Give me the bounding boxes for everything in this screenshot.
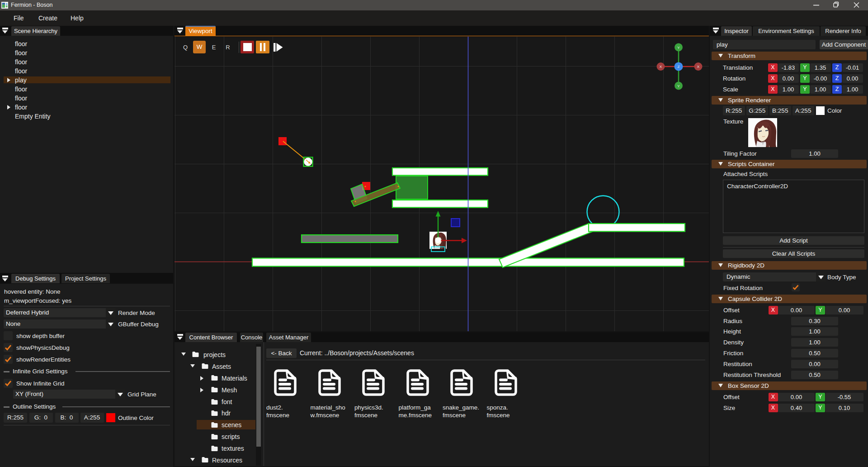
svg-text:Y: Y xyxy=(677,84,680,88)
svg-text:Z: Z xyxy=(678,65,680,69)
svg-text:Y: Y xyxy=(677,46,680,50)
svg-text:X: X xyxy=(660,65,662,69)
svg-text:X: X xyxy=(697,65,700,69)
